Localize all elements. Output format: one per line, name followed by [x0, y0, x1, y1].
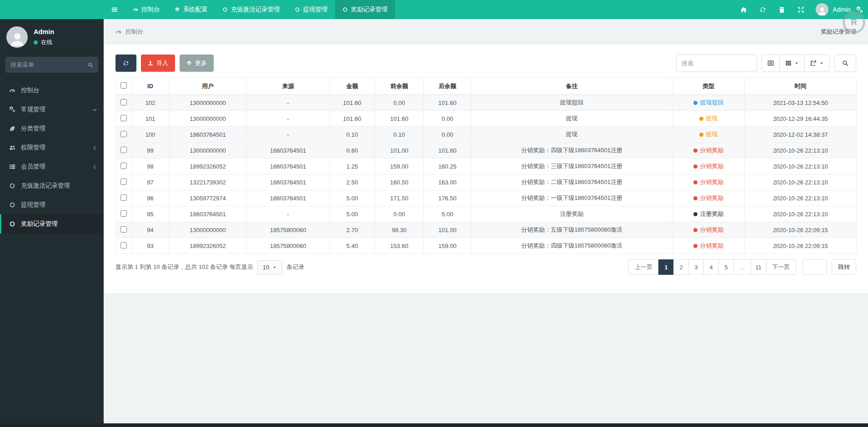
- row-checkbox[interactable]: [120, 147, 127, 153]
- column-header-amount[interactable]: 金额: [330, 78, 375, 95]
- cell-amount: 1.25: [330, 159, 375, 174]
- row-checkbox[interactable]: [120, 242, 127, 248]
- pagination-page-4[interactable]: 4: [703, 259, 719, 275]
- nav-tab-reward-log[interactable]: 奖励记录管理: [335, 0, 395, 19]
- cell-id: 96: [132, 190, 169, 206]
- page-size-dropdown[interactable]: 10: [257, 260, 282, 274]
- export-button[interactable]: [804, 55, 830, 72]
- cell-user: 18603764501: [169, 206, 247, 222]
- breadcrumb-label: 控制台: [125, 28, 143, 36]
- row-checkbox[interactable]: [120, 99, 127, 105]
- column-header-user[interactable]: 用户: [169, 78, 247, 95]
- type-badge: 分销奖励: [693, 162, 724, 170]
- online-status-label: 在线: [41, 39, 52, 46]
- view-button-group: [762, 55, 830, 72]
- gear-icon: [186, 60, 192, 66]
- page-jump-input[interactable]: [803, 259, 827, 275]
- type-badge: 提现驳回: [693, 99, 724, 107]
- type-dot: [693, 228, 697, 232]
- cell-source: -: [247, 95, 330, 111]
- sidebar-item-console[interactable]: 控制台: [0, 81, 104, 100]
- trash-button[interactable]: [772, 0, 791, 19]
- cell-id: 94: [132, 222, 169, 238]
- table-panel: 导入 更多: [104, 45, 868, 293]
- cell-source: 18603764501: [247, 174, 330, 190]
- row-select-cell: [116, 222, 132, 238]
- more-button[interactable]: 更多: [180, 55, 214, 72]
- refresh-button[interactable]: [753, 0, 772, 19]
- expand-button[interactable]: [791, 0, 810, 19]
- pagination-page-5[interactable]: 5: [718, 259, 734, 275]
- column-header-source[interactable]: 来源: [247, 78, 330, 95]
- column-header-time[interactable]: 时间: [745, 78, 857, 95]
- cell-user: 18992326052: [169, 238, 247, 254]
- select-all-checkbox[interactable]: [120, 82, 127, 89]
- refresh-icon: [759, 6, 766, 13]
- cell-user: 18603764501: [169, 127, 247, 143]
- cell-before: 159.00: [375, 159, 424, 174]
- page-size-value: 10: [263, 264, 269, 271]
- search-icon[interactable]: [88, 62, 93, 68]
- sidebar-item-reward-log[interactable]: 奖励记录管理: [0, 214, 104, 233]
- pagination-page-2[interactable]: 2: [673, 259, 689, 275]
- nav-tab-label: 充值激活记录管理: [231, 5, 280, 14]
- column-header-type[interactable]: 类型: [672, 78, 745, 95]
- circle-icon: [342, 7, 348, 12]
- row-select-cell: [116, 127, 132, 143]
- cell-id: 93: [132, 238, 169, 254]
- nav-tab-console[interactable]: 控制台: [125, 0, 167, 19]
- refresh-button[interactable]: [115, 55, 136, 72]
- sidebar-search-input[interactable]: [10, 61, 88, 68]
- sidebar-user-panel: Admin 在线: [0, 19, 104, 53]
- sidebar-item-recharge-activation-log[interactable]: 充值激活记录管理: [0, 176, 104, 195]
- sidebar-item-general[interactable]: 常规管理: [0, 100, 104, 119]
- import-button[interactable]: 导入: [141, 55, 175, 72]
- chevron-left-icon: [92, 164, 97, 169]
- type-badge: 分销奖励: [693, 194, 724, 202]
- cell-user: 13000000000: [169, 222, 247, 238]
- caret-down-icon: [819, 61, 824, 65]
- columns-button[interactable]: [779, 55, 805, 72]
- table-search-input[interactable]: [676, 55, 757, 72]
- cell-before: 0.00: [375, 95, 424, 111]
- pagination-prev[interactable]: 上一页: [628, 259, 659, 275]
- sidebar-item-member[interactable]: 会员管理: [0, 157, 104, 176]
- row-checkbox[interactable]: [120, 210, 127, 217]
- cell-before: 98.30: [375, 222, 424, 238]
- column-header-before[interactable]: 前余额: [375, 78, 424, 95]
- column-header-memo[interactable]: 备注: [472, 78, 672, 95]
- pagination-page-3[interactable]: 3: [688, 259, 704, 275]
- column-header-after[interactable]: 后余额: [424, 78, 472, 95]
- nav-tab-withdraw[interactable]: 提现管理: [287, 0, 335, 19]
- cell-amount: 5.00: [330, 190, 375, 206]
- home-button[interactable]: [734, 0, 753, 19]
- pagination-page-11[interactable]: 11: [751, 259, 766, 275]
- pagination-next[interactable]: 下一页: [766, 259, 796, 275]
- cell-user: 13000000000: [169, 111, 247, 127]
- columns-grid-icon: [785, 60, 792, 66]
- sidebar-toggle-button[interactable]: [104, 0, 125, 19]
- cell-type: 分销奖励: [672, 190, 745, 206]
- pagination-page-1[interactable]: 1: [658, 259, 674, 275]
- type-badge: 分销奖励: [693, 242, 724, 250]
- row-checkbox[interactable]: [120, 194, 127, 201]
- detail-view-button[interactable]: [762, 55, 780, 72]
- expand-icon: [798, 6, 804, 13]
- nav-tab-system-config[interactable]: 系统配置: [167, 0, 215, 19]
- cell-type: 分销奖励: [672, 159, 745, 174]
- column-header-id[interactable]: ID: [132, 78, 169, 95]
- cell-amount: 2.50: [330, 174, 375, 190]
- search-button[interactable]: [834, 55, 856, 72]
- sidebar-item-withdraw[interactable]: 提现管理: [0, 195, 104, 214]
- page-jump-button[interactable]: 跳转: [832, 259, 856, 275]
- sidebar-item-auth[interactable]: 权限管理: [0, 138, 104, 157]
- row-checkbox[interactable]: [120, 179, 127, 185]
- row-checkbox[interactable]: [120, 226, 127, 233]
- row-checkbox[interactable]: [120, 163, 127, 169]
- breadcrumb[interactable]: 控制台: [115, 28, 143, 36]
- row-checkbox[interactable]: [120, 131, 127, 137]
- row-checkbox[interactable]: [120, 115, 127, 121]
- row-select-cell: [116, 159, 132, 174]
- sidebar-item-category[interactable]: 分类管理: [0, 119, 104, 138]
- nav-tab-recharge-activation-log[interactable]: 充值激活记录管理: [215, 0, 287, 19]
